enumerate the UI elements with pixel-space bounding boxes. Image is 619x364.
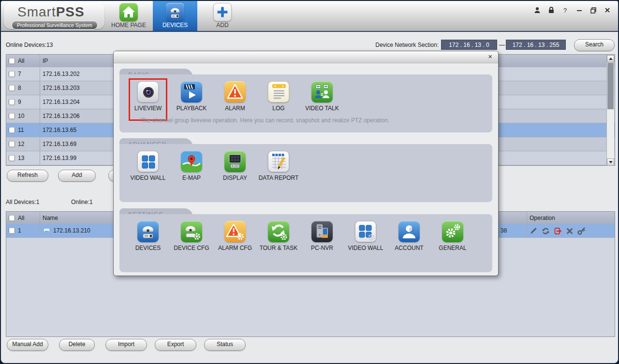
scroll-up-button[interactable] [607, 55, 614, 62]
delete-button[interactable]: Delete [59, 339, 95, 351]
row-checkbox[interactable] [9, 155, 15, 161]
brand-name-bold: PSS [56, 4, 85, 19]
dialog-item-devices[interactable]: DEVICES [126, 221, 170, 251]
dialog-item-label: ALARM [225, 105, 245, 112]
dialog-item-tour-task[interactable]: TOUR & TASK [257, 221, 300, 251]
tab-home-page[interactable]: HOME PAGE [106, 1, 151, 31]
header-ip: IP [43, 58, 48, 64]
online-devices-count: Online Devices:13 [6, 42, 53, 48]
close-icon[interactable] [604, 6, 611, 14]
header-name: Name [43, 215, 58, 221]
network-range-start-input[interactable]: 172 . 16 . 13 . 0 [441, 40, 497, 50]
tab-devices[interactable]: DEVICES [153, 1, 197, 31]
tab-devices-label: DEVICES [153, 22, 197, 29]
dialog-title-bar: × [114, 51, 498, 63]
row-checkbox[interactable] [9, 113, 15, 119]
dialog-item-alarm-cfg[interactable]: ALARM CFG [213, 221, 257, 251]
dialog-item-label: DEVICE CFG [174, 245, 209, 251]
section-panel-basic: LIVEVIEW PLAYBACK ALARM [119, 74, 492, 132]
vertical-scrollbar[interactable] [606, 55, 614, 166]
row-number: 1 [18, 227, 21, 234]
alarm-icon [224, 81, 246, 102]
dialog-item-log[interactable]: LOG [257, 81, 300, 112]
playback-icon [181, 81, 202, 102]
dialog-item-label: VIDEO TALK [305, 105, 339, 112]
logo: SmartPSS Professional Surveillance Syste… [4, 2, 104, 29]
dialog-item-label: ACCOUNT [395, 245, 423, 251]
section-description: The channel group liveview operation. He… [141, 117, 389, 124]
add-button[interactable]: Add [58, 170, 96, 182]
row-number: 12 [18, 141, 24, 147]
row-name: 172.16.13.210 [53, 227, 90, 234]
row-checkbox[interactable] [9, 141, 15, 147]
row-number: 9 [18, 99, 21, 105]
dialog-item-device-cfg[interactable]: DEVICE CFG [170, 221, 213, 251]
tour-task-icon [268, 221, 289, 242]
row-checkbox[interactable] [9, 127, 15, 133]
dialog-item-emap[interactable]: E-MAP [170, 151, 213, 181]
refresh-icon[interactable] [542, 227, 550, 235]
dialog-item-account[interactable]: ACCOUNT [387, 221, 431, 251]
scrollbar-thumb[interactable] [607, 63, 614, 109]
dialog-item-pc-nvr[interactable]: PC-NVR [300, 221, 344, 251]
row-ip: 172.16.13.202 [43, 71, 80, 77]
dialog-item-display[interactable]: DISPLAY [213, 151, 257, 181]
dialog-item-label: PLAYBACK [177, 105, 206, 112]
dialog-item-label: TOUR & TASK [260, 245, 298, 251]
dialog-item-alarm[interactable]: ALARM [213, 81, 257, 112]
header-all: All [18, 215, 24, 221]
row-number: 7 [18, 71, 21, 77]
export-button[interactable]: Export [155, 339, 196, 351]
user-icon[interactable] [533, 6, 541, 14]
refresh-button[interactable]: Refresh [7, 170, 48, 182]
network-section-label: Device Network Section: [368, 42, 439, 48]
dialog-item-video-wall-settings[interactable]: VIDEO WALL [344, 221, 387, 251]
row-ip: 172.16.13.203 [43, 85, 80, 91]
help-icon[interactable]: ? [561, 6, 569, 14]
minimize-icon[interactable] [575, 6, 583, 14]
delete-icon[interactable] [566, 228, 573, 234]
dialog-item-playback[interactable]: PLAYBACK [170, 81, 213, 112]
window-controls: ? [533, 6, 611, 14]
lock-icon[interactable] [547, 6, 555, 14]
dialog-item-data-report[interactable]: DATA REPORT [257, 151, 300, 181]
manual-add-button[interactable]: Manual Add [7, 339, 48, 351]
dialog-item-label: DISPLAY [223, 175, 247, 181]
edit-icon[interactable] [530, 227, 537, 235]
scroll-down-button[interactable] [607, 159, 614, 166]
status-button[interactable]: Status [204, 339, 246, 351]
dialog-item-liveview[interactable]: LIVEVIEW [126, 81, 170, 112]
restore-icon[interactable] [590, 6, 597, 14]
row-checkbox[interactable] [9, 85, 15, 91]
brand-name-light: Smart [17, 4, 56, 19]
dialog-item-video-talk[interactable]: VIDEO TALK [300, 81, 344, 112]
dialog-item-video-wall[interactable]: VIDEO WALL [126, 151, 170, 181]
row-checkbox[interactable] [9, 228, 15, 234]
menu-dialog: × BASIC LIVEVIEW PLAYBACK [113, 51, 499, 276]
select-all-checkbox[interactable] [9, 215, 15, 221]
top-bar: SmartPSS Professional Surveillance Syste… [1, 1, 618, 32]
svg-text:?: ? [563, 7, 567, 14]
network-range-end-input[interactable]: 172 . 16 . 13 . 255 [506, 40, 566, 50]
dialog-item-general[interactable]: GENERAL [431, 221, 474, 251]
row-checkbox[interactable] [9, 99, 15, 105]
dialog-item-label: LOG [272, 105, 284, 112]
search-button[interactable]: Search [574, 39, 615, 51]
import-button[interactable]: Import [105, 339, 147, 351]
liveview-icon [137, 81, 159, 102]
tab-add[interactable]: ADD [200, 1, 245, 31]
home-icon [119, 3, 138, 21]
column-divider [40, 224, 40, 237]
section-panel-settings: DEVICES DEVICE CFG ALARM CFG [119, 214, 492, 272]
video-talk-icon [311, 81, 333, 102]
logout-icon[interactable] [554, 227, 562, 235]
device-icon [43, 228, 51, 234]
key-icon[interactable] [577, 227, 586, 235]
dialog-close-icon[interactable]: × [488, 52, 492, 60]
column-divider [40, 81, 40, 95]
operation-icons [530, 227, 586, 235]
row-checkbox[interactable] [9, 71, 15, 77]
column-divider [40, 137, 40, 151]
select-all-checkbox[interactable] [9, 58, 15, 64]
video-wall-icon [137, 151, 159, 172]
